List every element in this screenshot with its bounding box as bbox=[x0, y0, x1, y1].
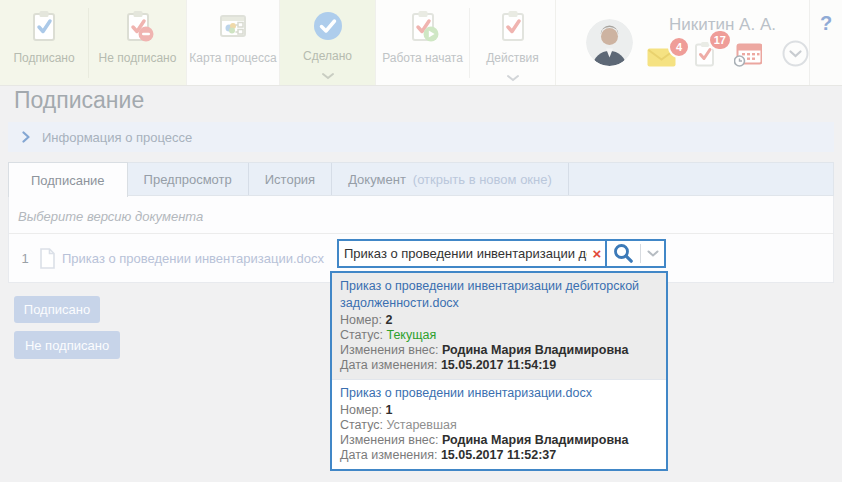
done-group: Сделано bbox=[280, 0, 375, 85]
toolbar-button-label: Работа начата bbox=[382, 51, 463, 65]
tab-label: Подписание bbox=[31, 173, 105, 188]
user-info: Никитин А. А. 4 bbox=[647, 15, 809, 71]
number-label: Номер: bbox=[340, 313, 382, 327]
tab-preview[interactable]: Предпросмотр bbox=[128, 163, 249, 195]
editor-label: Изменения внес: bbox=[340, 343, 438, 357]
user-zone: Никитин А. А. 4 bbox=[556, 0, 809, 85]
version-search-input[interactable] bbox=[339, 241, 589, 266]
version-dropdown: Приказ о проведении инвентаризации дебит… bbox=[330, 271, 668, 471]
date-label: Дата изменения: bbox=[340, 448, 437, 462]
chevron-right-icon bbox=[22, 131, 30, 143]
help-button[interactable]: ? bbox=[820, 12, 832, 85]
toolbar-button-label: Карта процесса bbox=[189, 51, 276, 65]
chevron-down-icon bbox=[321, 66, 335, 84]
avatar[interactable] bbox=[586, 19, 633, 66]
signed-action-button[interactable]: Подписано bbox=[14, 296, 100, 323]
toolbar-signed-button[interactable]: Подписано bbox=[0, 0, 88, 85]
file-icon bbox=[39, 248, 56, 269]
version-title-link[interactable]: Приказ о проведении инвентаризации.docx bbox=[340, 385, 658, 402]
screen: Подписано Не подписано bbox=[0, 0, 842, 482]
version-hint: Выберите версию документа bbox=[9, 196, 833, 233]
tab-open-new-window-label[interactable]: (открыть в новом окне) bbox=[413, 172, 552, 187]
clipboard-check-red-icon bbox=[496, 9, 530, 47]
notification-icons: 4 17 bbox=[647, 40, 809, 71]
tasks-icon[interactable]: 17 bbox=[692, 41, 718, 71]
calendar-icon[interactable] bbox=[734, 42, 762, 71]
work-actions-group: Работа начата Действия bbox=[375, 0, 556, 85]
number-label: Номер: bbox=[340, 403, 382, 417]
document-link[interactable]: Приказ о проведении инвентаризации.docx bbox=[62, 251, 324, 266]
toolbar-button-label: Действия bbox=[486, 51, 539, 65]
number-value: 1 bbox=[385, 403, 392, 417]
number-value: 2 bbox=[385, 313, 392, 327]
status-label: Статус: bbox=[340, 328, 383, 342]
mail-icon[interactable]: 4 bbox=[647, 48, 676, 71]
tab-label: Предпросмотр bbox=[144, 172, 232, 187]
toolbar-done-button[interactable]: Сделано bbox=[280, 0, 375, 85]
date-value: 15.05.2017 11:54:19 bbox=[441, 358, 556, 372]
tab-history[interactable]: История bbox=[249, 163, 332, 195]
clear-icon[interactable]: × bbox=[589, 241, 605, 266]
version-combobox: × bbox=[337, 239, 666, 268]
toolbar-button-label: Подписано bbox=[13, 51, 74, 65]
combobox-chevron-icon[interactable] bbox=[641, 241, 664, 266]
status-value: Текущая bbox=[386, 328, 436, 342]
version-title-link[interactable]: Приказ о проведении инвентаризации дебит… bbox=[340, 278, 658, 312]
mail-badge: 4 bbox=[668, 36, 690, 58]
toolbar-actions-button[interactable]: Действия bbox=[470, 0, 555, 85]
not-signed-action-button[interactable]: Не подписано bbox=[14, 331, 120, 359]
tab-signing[interactable]: Подписание bbox=[8, 162, 128, 197]
process-info-bar[interactable]: Информация о процессе bbox=[8, 122, 834, 152]
top-toolbar: Подписано Не подписано bbox=[0, 0, 842, 86]
process-map-icon bbox=[216, 9, 250, 47]
status-label: Статус: bbox=[340, 418, 383, 432]
toolbar-process-map-button[interactable]: Карта процесса bbox=[187, 0, 279, 85]
toolbar-not-signed-button[interactable]: Не подписано bbox=[89, 0, 186, 85]
chevron-down-icon bbox=[506, 68, 520, 86]
search-icon[interactable] bbox=[607, 241, 640, 266]
toolbar-button-label: Сделано bbox=[303, 49, 352, 63]
row-number: 1 bbox=[17, 251, 33, 266]
tab-label: История bbox=[265, 172, 315, 187]
editor-value: Родина Мария Владимировна bbox=[442, 433, 629, 447]
task-result-group: Подписано Не подписано bbox=[0, 0, 186, 85]
toolbar-button-label: Не подписано bbox=[99, 51, 177, 65]
clipboard-play-icon bbox=[406, 9, 440, 47]
date-label: Дата изменения: bbox=[340, 358, 437, 372]
date-value: 15.05.2017 11:52:37 bbox=[441, 448, 556, 462]
clipboard-minus-icon bbox=[121, 9, 155, 47]
page-title: Подписание bbox=[14, 87, 144, 114]
editor-value: Родина Мария Владимировна bbox=[442, 343, 629, 357]
editor-label: Изменения внес: bbox=[340, 433, 438, 447]
version-option-2[interactable]: Приказ о проведении инвентаризации дебит… bbox=[332, 273, 666, 379]
tasks-badge: 17 bbox=[708, 29, 732, 51]
done-circle-icon bbox=[313, 11, 343, 45]
process-map-group: Карта процесса bbox=[186, 0, 280, 85]
user-menu-chevron-icon[interactable] bbox=[782, 40, 809, 71]
tab-document[interactable]: Документ (открыть в новом окне) bbox=[332, 163, 569, 195]
help-zone: ? bbox=[809, 0, 842, 85]
process-info-label: Информация о процессе bbox=[42, 130, 192, 145]
status-value: Устаревшая bbox=[386, 418, 456, 432]
version-option-1[interactable]: Приказ о проведении инвентаризации.docx … bbox=[332, 379, 666, 469]
clipboard-check-blue-icon bbox=[27, 9, 61, 47]
tab-label: Документ bbox=[348, 172, 406, 187]
toolbar-work-started-button[interactable]: Работа начата bbox=[376, 0, 469, 85]
tabstrip: Подписание Предпросмотр История Документ… bbox=[8, 162, 834, 196]
